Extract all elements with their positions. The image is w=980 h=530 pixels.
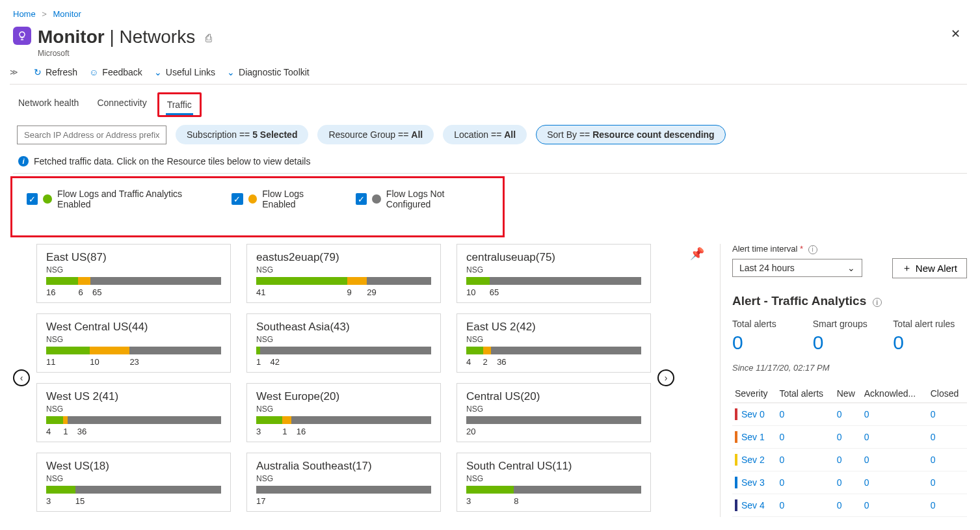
region-tile[interactable]: West Central US(44) NSG 111023 <box>36 313 231 373</box>
monitor-icon <box>13 27 31 45</box>
col-new: New <box>834 384 862 403</box>
region-tile[interactable]: East US 2(42) NSG 4236 <box>457 313 651 373</box>
breadcrumb-home[interactable]: Home <box>13 9 36 19</box>
pin-icon[interactable]: 📌 <box>687 244 707 263</box>
tile-values: 16665 <box>46 287 221 297</box>
plus-icon: ＋ <box>902 262 912 274</box>
carousel-next-button[interactable]: › <box>657 369 674 386</box>
tile-values: 4236 <box>466 357 641 367</box>
search-input[interactable] <box>17 126 166 144</box>
tile-subtitle: NSG <box>466 265 641 274</box>
breadcrumb-monitor[interactable]: Monitor <box>53 9 81 19</box>
region-tile[interactable]: South Central US(11) NSG 38 <box>457 453 651 512</box>
tile-title: West US(18) <box>46 460 221 473</box>
severity-row[interactable]: Sev 2 0000 <box>732 448 967 471</box>
tile-subtitle: NSG <box>466 404 641 414</box>
command-bar: ≫ ↻ Refresh ☺ Feedback ⌄ Useful Links ⌄ … <box>10 58 967 85</box>
region-tile[interactable]: Southeast Asia(43) NSG 142 <box>246 313 441 373</box>
alerts-panel-title: Alert - Traffic Analytics i <box>732 294 967 308</box>
tile-bar <box>46 347 221 354</box>
pin-blade-icon[interactable]: ⎙ <box>205 33 212 44</box>
filter-location[interactable]: Location == All <box>443 125 527 144</box>
tile-subtitle: NSG <box>256 265 431 274</box>
info-icon: i <box>18 156 29 166</box>
tile-bar <box>256 416 431 424</box>
severity-bar-icon <box>735 431 737 443</box>
tile-values: 17 <box>256 496 431 506</box>
tile-subtitle: NSG <box>46 335 221 344</box>
region-tile[interactable]: eastus2euap(79) NSG 41929 <box>246 244 441 303</box>
tile-values: 315 <box>46 496 221 506</box>
legend: ✓ Flow Logs and Traffic Analytics Enable… <box>10 176 505 237</box>
region-tile[interactable]: West US 2(41) NSG 4136 <box>36 383 231 442</box>
checkbox-checked-icon[interactable]: ✓ <box>356 193 367 205</box>
tile-title: West Central US(44) <box>46 321 221 334</box>
region-tile[interactable]: Australia Southeast(17) NSG 17 <box>246 453 441 512</box>
region-tile[interactable]: West US(18) NSG 315 <box>36 453 231 512</box>
tile-bar <box>46 416 221 424</box>
since-timestamp: Since 11/17/20, 02:17 PM <box>732 363 967 373</box>
carousel-prev-button[interactable]: ‹ <box>13 369 30 386</box>
tile-subtitle: NSG <box>46 474 221 483</box>
region-tiles-grid: East US(87) NSG 16665 eastus2euap(79) NS… <box>36 244 651 512</box>
severity-row[interactable]: Sev 4 0000 <box>732 494 967 516</box>
tile-bar <box>466 347 641 354</box>
checkbox-checked-icon[interactable]: ✓ <box>232 193 243 205</box>
severity-row[interactable]: Sev 3 0000 <box>732 471 967 494</box>
tile-values: 142 <box>256 357 431 367</box>
tile-bar <box>46 277 221 285</box>
legend-not-configured[interactable]: ✓ Flow Logs Not Configured <box>356 189 488 209</box>
tile-bar <box>466 277 641 285</box>
tile-title: East US(87) <box>46 251 221 264</box>
diagnostic-toolkit-button[interactable]: ⌄ Diagnostic Toolkit <box>227 67 310 77</box>
tile-values: 41929 <box>256 287 431 297</box>
filter-subscription[interactable]: Subscription == 5 Selected <box>176 125 308 144</box>
new-alert-button[interactable]: ＋ New Alert <box>892 258 967 278</box>
tile-title: East US 2(42) <box>466 321 641 334</box>
legend-enabled-both[interactable]: ✓ Flow Logs and Traffic Analytics Enable… <box>27 189 213 209</box>
tile-bar <box>466 486 641 494</box>
filter-resource-group[interactable]: Resource Group == All <box>317 125 434 144</box>
tile-title: centraluseuap(75) <box>466 251 641 264</box>
chevron-down-icon: ⌄ <box>227 67 235 77</box>
tile-title: South Central US(11) <box>466 460 641 473</box>
filter-sort-by[interactable]: Sort By == Resource count descending <box>536 125 726 144</box>
feedback-icon: ☺ <box>89 67 98 77</box>
tab-traffic[interactable]: Traffic <box>166 94 193 115</box>
tile-subtitle: NSG <box>46 265 221 274</box>
useful-links-button[interactable]: ⌄ Useful Links <box>154 67 215 77</box>
severity-row[interactable]: Sev 0 0000 <box>732 403 967 425</box>
tile-values: 20 <box>466 427 641 436</box>
metric-smart-groups[interactable]: Smart groups 0 <box>813 319 887 354</box>
refresh-button[interactable]: ↻ Refresh <box>34 67 77 77</box>
metric-total-rules[interactable]: Total alert rules 0 <box>893 319 967 354</box>
page-subtitle: Microsoft <box>38 49 212 58</box>
tile-title: West Europe(20) <box>256 390 431 403</box>
region-tile[interactable]: East US(87) NSG 16665 <box>36 244 231 303</box>
feedback-button[interactable]: ☺ Feedback <box>89 67 142 77</box>
tab-network-health[interactable]: Network health <box>17 92 80 117</box>
tile-bar <box>256 486 431 494</box>
severity-row[interactable]: Sev 1 0000 <box>732 425 967 448</box>
alert-interval-select[interactable]: Last 24 hours ⌄ <box>732 259 862 277</box>
expand-menu-icon[interactable]: ≫ <box>10 68 22 77</box>
tile-subtitle: NSG <box>256 404 431 414</box>
tile-bar <box>46 486 221 494</box>
region-tile[interactable]: centraluseuap(75) NSG 1065 <box>457 244 651 303</box>
alerts-panel: Alert time interval * i Last 24 hours ⌄ … <box>720 244 967 517</box>
region-tile[interactable]: West Europe(20) NSG 3116 <box>246 383 441 442</box>
tile-bar <box>256 347 431 354</box>
legend-flow-enabled[interactable]: ✓ Flow Logs Enabled <box>232 189 338 209</box>
tab-connectivity[interactable]: Connectivity <box>96 92 148 117</box>
close-button[interactable]: ✕ <box>944 23 967 45</box>
metric-total-alerts[interactable]: Total alerts 0 <box>732 319 806 354</box>
info-icon[interactable]: i <box>808 245 817 254</box>
col-total: Total alerts <box>776 384 834 403</box>
info-banner: i Fetched traffic data. Click on the Res… <box>13 148 967 169</box>
checkbox-checked-icon[interactable]: ✓ <box>27 193 38 205</box>
info-icon[interactable]: i <box>873 298 882 307</box>
tile-title: Southeast Asia(43) <box>256 321 431 334</box>
col-ack: Acknowled... <box>862 384 928 403</box>
region-tile[interactable]: Central US(20) NSG 20 <box>457 383 651 442</box>
tile-values: 4136 <box>46 427 221 436</box>
